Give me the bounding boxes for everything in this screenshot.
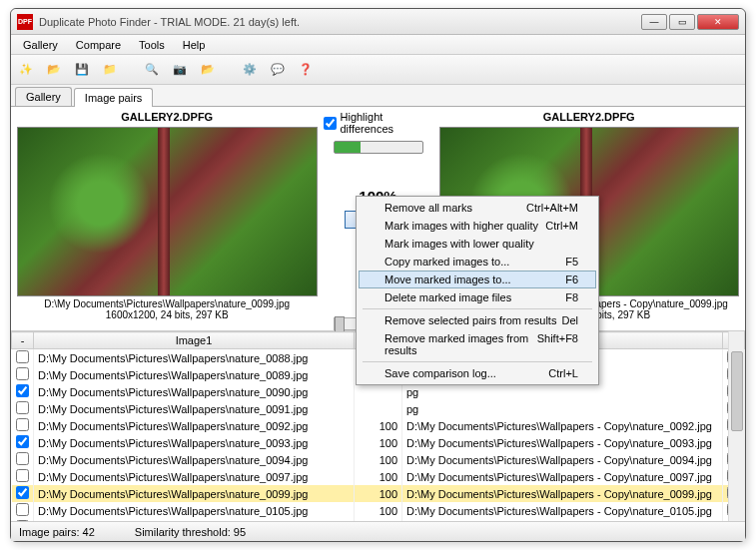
- row-check1[interactable]: [16, 401, 29, 414]
- row-image2: pg: [402, 400, 723, 417]
- tab-gallery[interactable]: Gallery: [15, 87, 72, 106]
- menu-item-shortcut: Ctrl+M: [545, 220, 578, 232]
- table-row[interactable]: D:\My Documents\Pictures\Wallpapers\natu…: [12, 468, 745, 485]
- row-image1: D:\My Documents\Pictures\Wallpapers\natu…: [34, 485, 355, 502]
- folder-icon[interactable]: 📁: [99, 59, 121, 81]
- tab-image-pairs[interactable]: Image pairs: [74, 88, 153, 107]
- col-image1[interactable]: Image1: [34, 332, 355, 349]
- menu-item-shortcut: F6: [565, 274, 578, 285]
- row-image2: pg: [402, 383, 723, 400]
- status-threshold: Similarity threshold: 95: [135, 526, 246, 538]
- difference-bar[interactable]: [334, 141, 423, 154]
- row-check1[interactable]: [16, 384, 29, 397]
- titlebar[interactable]: DPF Duplicate Photo Finder - TRIAL MODE.…: [11, 9, 745, 35]
- row-check1[interactable]: [16, 520, 29, 521]
- table-row[interactable]: D:\My Documents\Pictures\Wallpapers\natu…: [12, 400, 745, 417]
- row-similarity: 100: [355, 468, 402, 485]
- search-icon[interactable]: 🔍: [141, 59, 163, 81]
- row-check1[interactable]: [16, 452, 29, 465]
- row-check1[interactable]: [16, 367, 29, 380]
- menu-item-label: Remove marked images from results: [384, 332, 537, 356]
- row-image2: D:\My Documents\Pictures\Wallpapers - Co…: [402, 417, 723, 434]
- row-similarity: [355, 400, 402, 417]
- scrollbar-thumb[interactable]: [731, 351, 743, 431]
- table-row[interactable]: D:\My Documents\Pictures\Wallpapers\natu…: [12, 434, 745, 451]
- menu-item-shortcut: F8: [565, 291, 578, 303]
- menu-item-shortcut: Ctrl+Alt+M: [526, 202, 578, 214]
- menu-item-label: Mark images with lower quality: [384, 238, 534, 250]
- left-gallery-name: GALLERY2.DPFG: [121, 109, 213, 127]
- menu-tools[interactable]: Tools: [131, 37, 173, 53]
- table-row[interactable]: D:\My Documents\Pictures\Wallpapers\natu…: [12, 519, 745, 521]
- table-row[interactable]: D:\My Documents\Pictures\Wallpapers\natu…: [12, 485, 745, 502]
- context-menu-item[interactable]: Remove all marksCtrl+Alt+M: [359, 199, 596, 217]
- menu-gallery[interactable]: Gallery: [15, 37, 66, 53]
- row-similarity: 100: [355, 417, 402, 434]
- settings-icon[interactable]: ⚙️: [239, 59, 261, 81]
- close-button[interactable]: ✕: [697, 14, 739, 30]
- row-image1: D:\My Documents\Pictures\Wallpapers\natu…: [34, 468, 355, 485]
- menu-item-shortcut: Del: [561, 314, 578, 326]
- row-similarity: 100: [355, 451, 402, 468]
- menu-item-shortcut: Shift+F8: [537, 332, 578, 356]
- menubar: Gallery Compare Tools Help: [11, 35, 745, 55]
- minimize-button[interactable]: —: [641, 14, 667, 30]
- row-image2: D:\My Documents\Pictures\Wallpapers - Co…: [402, 502, 723, 519]
- row-check1[interactable]: [16, 469, 29, 482]
- col-check1[interactable]: -: [12, 332, 34, 349]
- row-check1[interactable]: [16, 350, 29, 363]
- table-row[interactable]: D:\My Documents\Pictures\Wallpapers\natu…: [12, 451, 745, 468]
- left-meta: 1600x1200, 24 bits, 297 KB: [106, 309, 229, 320]
- row-similarity: 100: [355, 434, 402, 451]
- table-row[interactable]: D:\My Documents\Pictures\Wallpapers\natu…: [12, 417, 745, 434]
- statusbar: Image pairs: 42 Similarity threshold: 95: [11, 521, 745, 541]
- wand-icon[interactable]: ✨: [15, 59, 37, 81]
- menu-compare[interactable]: Compare: [68, 37, 129, 53]
- highlight-differences-checkbox[interactable]: [324, 117, 337, 130]
- browse-icon[interactable]: 📂: [197, 59, 219, 81]
- camera-icon[interactable]: 📷: [169, 59, 191, 81]
- row-check1[interactable]: [16, 435, 29, 448]
- help-icon[interactable]: ❓: [295, 59, 317, 81]
- table-row[interactable]: D:\My Documents\Pictures\Wallpapers\natu…: [12, 502, 745, 519]
- row-check1[interactable]: [16, 418, 29, 431]
- row-image1: D:\My Documents\Pictures\Wallpapers\natu…: [34, 366, 355, 383]
- open-folder-icon[interactable]: 📂: [43, 59, 65, 81]
- context-menu-item[interactable]: Copy marked images to...F5: [359, 253, 596, 271]
- row-image1: D:\My Documents\Pictures\Wallpapers\natu…: [34, 434, 355, 451]
- row-image2: D:\My Documents\Pictures\Wallpapers - Co…: [402, 451, 723, 468]
- menu-separator: [363, 308, 592, 309]
- menu-item-label: Copy marked images to...: [384, 256, 509, 268]
- context-menu-item[interactable]: Remove marked images from resultsShift+F…: [359, 329, 596, 359]
- row-similarity: 100: [355, 485, 402, 502]
- row-image2: D:\My Documents\Pictures\Wallpapers - Co…: [402, 485, 723, 502]
- left-thumbnail[interactable]: [17, 127, 318, 296]
- maximize-button[interactable]: ▭: [669, 14, 695, 30]
- row-image2: D:\My Documents\Pictures\Wallpapers - Co…: [402, 468, 723, 485]
- context-menu-item[interactable]: Remove selected pairs from resultsDel: [359, 311, 596, 329]
- preview-left: GALLERY2.DPFG D:\My Documents\Pictures\W…: [11, 107, 324, 330]
- row-similarity: 100: [355, 502, 402, 519]
- save-icon[interactable]: 💾: [71, 59, 93, 81]
- feedback-icon[interactable]: 💬: [267, 59, 289, 81]
- actions-context-menu: Remove all marksCtrl+Alt+MMark images wi…: [356, 196, 599, 385]
- status-image-pairs: Image pairs: 42: [19, 526, 95, 538]
- row-check1[interactable]: [16, 503, 29, 516]
- context-menu-item[interactable]: Mark images with higher qualityCtrl+M: [359, 217, 596, 235]
- row-image2: D:\My Documents\Pictures\Wallpapers - Co…: [402, 434, 723, 451]
- left-path: D:\My Documents\Pictures\Wallpapers\natu…: [44, 296, 290, 309]
- context-menu-item[interactable]: Delete marked image filesF8: [359, 288, 596, 306]
- row-image1: D:\My Documents\Pictures\Wallpapers\natu…: [34, 349, 355, 367]
- menu-item-label: Delete marked image files: [384, 291, 511, 303]
- context-menu-item[interactable]: Save comparison log...Ctrl+L: [359, 364, 596, 382]
- menu-item-label: Remove selected pairs from results: [384, 314, 556, 326]
- context-menu-item[interactable]: Mark images with lower quality: [359, 235, 596, 253]
- menu-help[interactable]: Help: [175, 37, 214, 53]
- row-image1: D:\My Documents\Pictures\Wallpapers\natu…: [34, 502, 355, 519]
- highlight-differences-label: Highlight differences: [341, 111, 433, 135]
- row-check1[interactable]: [16, 486, 29, 499]
- context-menu-item[interactable]: Move marked images to...F6: [359, 271, 596, 288]
- vertical-scrollbar[interactable]: [728, 331, 744, 521]
- right-gallery-name: GALLERY2.DPFG: [543, 109, 635, 127]
- table-row[interactable]: D:\My Documents\Pictures\Wallpapers\natu…: [12, 383, 745, 400]
